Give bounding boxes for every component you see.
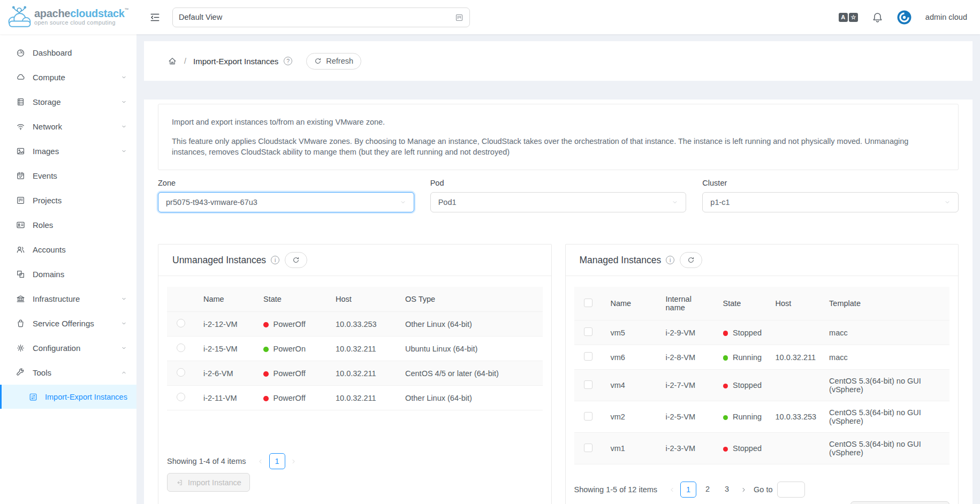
sidebar-item-import-export-instances[interactable]: Import-Export Instances xyxy=(0,385,136,409)
sidebar-subitem-label: Import-Export Instances xyxy=(45,393,127,401)
chevron-icon xyxy=(121,99,127,105)
sidebar-item[interactable]: Storage xyxy=(0,89,136,114)
pod-select-value: Pod1 xyxy=(438,198,457,207)
sidebar-item-icon xyxy=(16,319,25,328)
row-radio[interactable] xyxy=(177,319,185,327)
sidebar-item[interactable]: Compute xyxy=(0,65,136,89)
row-checkbox[interactable] xyxy=(584,444,592,452)
cell-host: 10.0.32.211 xyxy=(769,345,823,370)
import-instance-label: Import Instance xyxy=(188,478,241,487)
page-number[interactable]: 1 xyxy=(680,482,696,498)
chevron-icon xyxy=(121,124,127,129)
import-instance-button[interactable]: Import Instance xyxy=(167,473,250,492)
chevron-icon xyxy=(121,370,127,376)
pod-label: Pod xyxy=(430,179,687,187)
table-row: i-2-12-VM PowerOff 10.0.33.253 Other Lin… xyxy=(167,312,543,337)
info-icon: i xyxy=(666,256,674,264)
chevron-down-icon xyxy=(944,199,951,205)
sidebar-item[interactable]: Images xyxy=(0,139,136,163)
sidebar: Dashboard Compute Storage Network xyxy=(0,34,136,504)
sidebar-item[interactable]: Network xyxy=(0,114,136,139)
sidebar-item-label: Network xyxy=(33,122,62,131)
refresh-button[interactable]: Refresh xyxy=(306,53,361,70)
cell-host: 10.0.32.211 xyxy=(329,337,399,361)
sidebar-item-label: Tools xyxy=(33,368,51,377)
sidebar-item[interactable]: Dashboard xyxy=(0,40,136,65)
brand-cloudstack: cloudstack xyxy=(70,7,124,19)
cell-name: vm1 xyxy=(604,433,659,464)
sidebar-item[interactable]: Domains xyxy=(0,262,136,286)
chevron-down-icon xyxy=(672,199,678,205)
sidebar-item[interactable]: Accounts xyxy=(0,237,136,262)
cloudstack-logo[interactable]: apachecloudstack™ open source cloud comp… xyxy=(0,4,136,30)
cell-template: CentOS 5.3(64-bit) no GUI (vSphere) xyxy=(823,433,949,464)
help-icon[interactable]: ? xyxy=(284,57,292,65)
cell-host: 10.0.33.253 xyxy=(769,401,823,433)
sidebar-item[interactable]: Events xyxy=(0,163,136,188)
cell-internal-name: i-2-7-VM xyxy=(659,370,717,401)
sidebar-item-icon xyxy=(16,245,25,254)
chevron-icon xyxy=(121,74,127,80)
next-page-icon[interactable] xyxy=(287,453,301,469)
state-dot xyxy=(723,355,728,361)
reload-icon xyxy=(687,256,695,264)
row-checkbox[interactable] xyxy=(584,352,592,361)
home-icon[interactable] xyxy=(168,56,177,66)
sidebar-item[interactable]: Tools xyxy=(0,360,136,385)
cluster-select[interactable]: p1-c1 xyxy=(702,192,959,212)
managed-refresh-button[interactable] xyxy=(680,252,702,268)
cell-internal-name: i-2-5-VM xyxy=(659,401,717,433)
notifications-bell-icon[interactable] xyxy=(872,12,883,23)
sidebar-item-icon xyxy=(16,220,25,230)
column-header: State xyxy=(257,287,329,312)
top-bar: apachecloudstack™ open source cloud comp… xyxy=(0,0,980,34)
unmanaged-refresh-button[interactable] xyxy=(285,252,307,268)
brand-text: apachecloudstack™ open source cloud comp… xyxy=(34,8,128,26)
user-avatar[interactable] xyxy=(897,10,911,25)
state-dot xyxy=(723,331,728,336)
pod-select[interactable]: Pod1 xyxy=(430,192,687,212)
brand-apache: apache xyxy=(34,7,70,19)
sidebar-item[interactable]: Infrastructure xyxy=(0,286,136,311)
managed-instances-panel: Managed Instances i NameInternal nameSta… xyxy=(565,244,959,504)
sidebar-item[interactable]: Configuration xyxy=(0,335,136,360)
select-all-checkbox[interactable] xyxy=(584,299,592,307)
select-all-header xyxy=(574,287,604,320)
row-checkbox[interactable] xyxy=(584,412,592,421)
prev-page-icon[interactable] xyxy=(665,482,679,498)
zone-select[interactable]: pr5075-t943-vmware-67u3 xyxy=(158,192,414,212)
main-content: / Import-Export Instances ? Refresh Impo… xyxy=(136,34,980,504)
cell-state: Running xyxy=(717,345,769,370)
managed-pagination: Showing 1-5 of 12 items 123 Go to xyxy=(574,482,950,498)
next-page-icon[interactable] xyxy=(736,482,750,498)
refresh-label: Refresh xyxy=(326,57,353,65)
sidebar-collapse-icon[interactable] xyxy=(149,12,161,23)
page-number[interactable]: 2 xyxy=(700,482,716,498)
sidebar-item-icon xyxy=(16,294,25,303)
page-number[interactable]: 1 xyxy=(269,453,285,469)
row-radio[interactable] xyxy=(177,343,185,352)
row-radio[interactable] xyxy=(177,393,185,401)
pagination-summary: Showing 1-4 of 4 items xyxy=(167,457,246,465)
unmanage-instance-button[interactable]: Unmanage Instance xyxy=(850,501,949,504)
translate-icon[interactable]: A ☆ xyxy=(839,13,858,22)
radio-column-header xyxy=(167,287,197,312)
column-header: Host xyxy=(769,287,823,320)
table-row: vm5 i-2-9-VM Stopped macc xyxy=(574,320,950,345)
user-name[interactable]: admin cloud xyxy=(925,13,967,21)
state-dot xyxy=(723,415,728,421)
row-checkbox[interactable] xyxy=(584,327,592,336)
sidebar-item[interactable]: Service Offerings xyxy=(0,311,136,335)
sidebar-item[interactable]: Roles xyxy=(0,212,136,237)
row-radio[interactable] xyxy=(177,368,185,377)
prev-page-icon[interactable] xyxy=(254,453,268,469)
sidebar-item-label: Accounts xyxy=(33,245,66,254)
page-number[interactable]: 3 xyxy=(719,482,735,498)
goto-page-input[interactable] xyxy=(777,482,805,498)
row-checkbox[interactable] xyxy=(584,380,592,389)
view-selector[interactable]: Default View xyxy=(172,7,470,27)
sidebar-item-icon xyxy=(16,122,25,131)
unmanaged-instances-panel: Unmanaged Instances i NameStateHostOS Ty… xyxy=(158,244,552,504)
cell-os-type: Other Linux (64-bit) xyxy=(399,386,543,410)
sidebar-item[interactable]: Projects xyxy=(0,188,136,212)
